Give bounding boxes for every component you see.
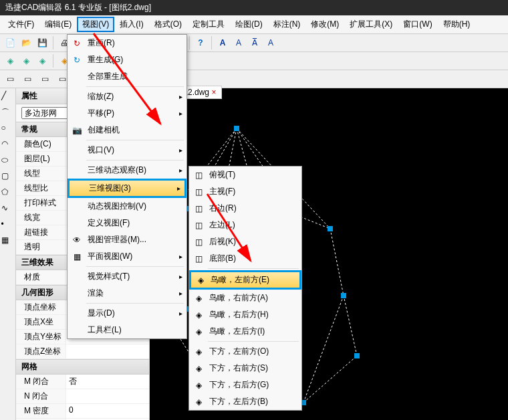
menu-modify[interactable]: 修改(M) [305, 17, 344, 32]
pline-tool-icon[interactable]: ⌒ [1, 107, 15, 120]
menu-view[interactable]: 视图(V) [77, 17, 114, 32]
spline-tool-icon[interactable]: ∿ [1, 203, 15, 217]
dd2-bird-rf[interactable]: ◈鸟瞰，右前方(A) [189, 290, 301, 306]
menu-annotate[interactable]: 标注(N) [268, 17, 306, 32]
menu-format[interactable]: 格式(O) [149, 17, 187, 32]
eye-icon: 👁 [72, 235, 82, 245]
cube-iso-icon: ◈ [193, 380, 204, 391]
sel3-icon[interactable]: ▭ [37, 72, 52, 86]
dd2-front[interactable]: ◫主视(F) [189, 183, 301, 200]
ellipse-tool-icon[interactable]: ⬭ [1, 155, 15, 169]
cube-iso-icon: ◈ [193, 346, 204, 357]
dd-redraw[interactable]: ↻重画(R) [68, 35, 186, 51]
line-tool-icon[interactable]: ╱ [1, 91, 15, 104]
submenu-arrow-icon: ▸ [179, 110, 182, 117]
submenu-arrow-icon: ▸ [179, 273, 182, 280]
cube2-icon[interactable]: ◈ [19, 54, 33, 68]
dd2-below-lb[interactable]: ◈下方，左后方(B) [189, 393, 301, 410]
dd-viewport[interactable]: 视口(V)▸ [68, 142, 186, 159]
sel2-icon[interactable]: ▭ [20, 72, 35, 86]
cube-iso-icon: ◈ [195, 275, 206, 286]
prop-md: M 密度 [16, 404, 66, 418]
dd-vstyle[interactable]: 视觉样式(T)▸ [68, 268, 186, 285]
prop-vxn: 顶点X坐 [16, 315, 66, 329]
point-tool-icon[interactable]: • [1, 219, 15, 233]
dd2-below-rf[interactable]: ◈下方，右前方(S) [189, 360, 301, 377]
prop-vy: 顶点Y坐标 [16, 330, 66, 344]
menu-window[interactable]: 窗口(W) [398, 17, 437, 32]
submenu-arrow-icon: ▸ [179, 253, 182, 260]
poly-tool-icon[interactable]: ⬠ [1, 187, 15, 201]
prop-hyperlink: 超链接 [16, 225, 66, 239]
title-bar: 迅捷CAD编辑器 6.1 专业版 - [图纸2.dwg] [0, 0, 508, 15]
dd-display[interactable]: 显示(D)▸ [68, 305, 186, 322]
panel-title-text: 属性 [21, 90, 37, 102]
prop-ltscale: 线型比 [16, 181, 66, 195]
menu-draw[interactable]: 绘图(D) [230, 17, 268, 32]
dd2-bottom[interactable]: ◫底部(B) [189, 250, 301, 267]
text-a-icon[interactable]: A [215, 35, 230, 50]
prop-vz-value[interactable] [66, 344, 149, 358]
section-mesh[interactable]: 网格 [16, 359, 149, 375]
dd-camera[interactable]: 📷创建相机 [68, 122, 186, 138]
text-a3-icon[interactable]: A̅ [247, 35, 262, 50]
help-icon[interactable]: ? [193, 35, 208, 50]
save-icon[interactable]: 💾 [35, 35, 49, 50]
hatch-tool-icon[interactable]: ▦ [1, 235, 15, 249]
close-tab-icon[interactable]: × [211, 88, 216, 97]
menu-help[interactable]: 帮助(H) [438, 17, 476, 32]
menu-custom[interactable]: 定制工具 [187, 17, 230, 32]
dd2-bird-rb[interactable]: ◈鸟瞰，右后方(H) [189, 306, 301, 323]
cube-front-icon: ◫ [193, 187, 204, 197]
dd-defview[interactable]: 定义视图(F) [68, 215, 186, 231]
svg-line-18 [303, 296, 344, 403]
svg-line-12 [344, 296, 357, 356]
dd2-below-rb[interactable]: ◈下方，右后方(G) [189, 377, 301, 393]
text-a2-icon[interactable]: A [231, 35, 246, 50]
cube3-icon[interactable]: ◈ [35, 54, 49, 68]
cube-right-icon: ◫ [193, 203, 204, 214]
dd2-top[interactable]: ◫俯视(T) [189, 167, 301, 183]
dd-3dview[interactable]: 三维视图(3)▸ [68, 179, 186, 198]
prop-plot: 打印样式 [16, 196, 66, 210]
dd2-back[interactable]: ◫后视(K) [189, 233, 301, 250]
open-icon[interactable]: 📂 [19, 35, 33, 50]
menu-file[interactable]: 文件(F) [3, 17, 39, 32]
circle-tool-icon[interactable]: ○ [1, 123, 15, 136]
dd-zoom[interactable]: 缩放(Z)▸ [68, 88, 186, 105]
cube-iso-icon: ◈ [193, 363, 204, 374]
dd-render[interactable]: 渲染▸ [68, 285, 186, 302]
dd2-below-lf[interactable]: ◈下方，左前方(O) [189, 343, 301, 360]
camera-icon: 📷 [72, 125, 82, 136]
cube-iso-icon: ◈ [193, 397, 204, 407]
dd-dynctl[interactable]: 动态视图控制(V) [68, 198, 186, 215]
prop-layer: 图层(L) [16, 152, 66, 166]
menu-ext[interactable]: 扩展工具(X) [344, 17, 398, 32]
prop-nc-value[interactable] [66, 389, 149, 403]
dd2-right[interactable]: ◫右边(R) [189, 200, 301, 217]
rect-tool-icon[interactable]: ▢ [1, 171, 15, 185]
prop-md-value[interactable]: 0 [66, 404, 149, 418]
menu-bar: 文件(F) 编辑(E) 视图(V) 插入(I) 格式(O) 定制工具 绘图(D)… [0, 15, 508, 34]
prop-material: 材质 [16, 270, 66, 284]
text-a4-icon[interactable]: A [263, 35, 278, 50]
sel1-icon[interactable]: ▭ [3, 72, 17, 86]
dd-regenall[interactable]: 全部重生成 [68, 68, 186, 85]
dd-pan[interactable]: 平移(P)▸ [68, 105, 186, 122]
3dview-submenu: ◫俯视(T) ◫主视(F) ◫右边(R) ◫左边(L) ◫后视(K) ◫底部(B… [188, 166, 302, 411]
dd2-bird-lf[interactable]: ◈鸟瞰，左前方(E) [189, 270, 301, 290]
dd-dynobs[interactable]: 三维动态观察(B)▸ [68, 162, 186, 179]
dd-vmgr[interactable]: 👁视图管理器(M)... [68, 231, 186, 248]
submenu-arrow-icon: ▸ [179, 310, 182, 317]
dd2-left[interactable]: ◫左边(L) [189, 217, 301, 233]
prop-mc-value[interactable]: 否 [66, 375, 149, 389]
dd-regen[interactable]: ↻重生成(G) [68, 51, 186, 68]
cube1-icon[interactable]: ◈ [3, 54, 17, 68]
dd-plan[interactable]: ▦平面视图(W)▸ [68, 248, 186, 265]
new-icon[interactable]: 📄 [3, 35, 17, 50]
dd2-bird-lb[interactable]: ◈鸟瞰，左后方(I) [189, 323, 301, 340]
arc-tool-icon[interactable]: ◠ [1, 139, 15, 152]
dd-toolbar[interactable]: 工具栏(L) [68, 322, 186, 338]
menu-insert[interactable]: 插入(I) [114, 17, 148, 32]
menu-edit[interactable]: 编辑(E) [39, 17, 77, 32]
